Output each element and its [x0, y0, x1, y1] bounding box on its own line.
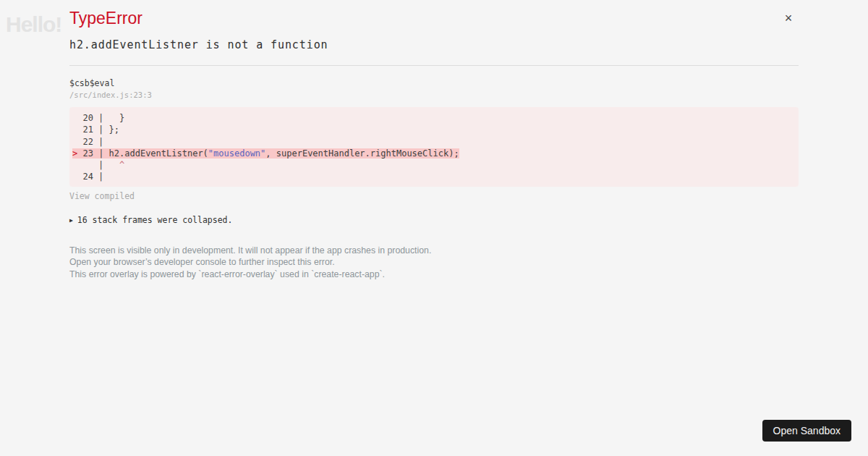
- code-text: , superEventHandler.rightMouseClick);: [265, 148, 459, 159]
- error-caret: ^: [119, 160, 124, 170]
- code-frame: 20 | } 21 | }; 22 | > 23 | h2.addEventLi…: [69, 107, 799, 187]
- code-string-token: "mousedown": [208, 148, 265, 159]
- code-text: 24 |: [72, 172, 109, 182]
- divider: [69, 65, 799, 66]
- code-text: |: [72, 160, 119, 170]
- stack-frames-expander[interactable]: ▶16 stack frames were collapsed.: [69, 215, 232, 225]
- collapsed-frames-label: 16 stack frames were collapsed.: [77, 215, 233, 225]
- error-line-highlight: > 23 | h2.addEventListner("mousedown", s…: [72, 148, 459, 159]
- code-line: 21 | };: [72, 124, 799, 135]
- overlay-footer: This screen is visible only in developme…: [69, 245, 431, 280]
- code-line: | ^: [72, 159, 799, 171]
- code-text: 23 | h2.addEventListner(: [82, 148, 208, 159]
- footer-line-console-hint: Open your browser’s developer console to…: [69, 256, 431, 268]
- code-line-highlighted: > 23 | h2.addEventListner("mousedown", s…: [72, 148, 799, 159]
- code-line: 24 |: [72, 171, 799, 182]
- footer-line-dev-only: This screen is visible only in developme…: [69, 245, 431, 256]
- open-sandbox-button[interactable]: Open Sandbox: [762, 420, 851, 442]
- error-overlay: × TypeError h2.addEventListner is not a …: [0, 0, 868, 456]
- close-icon[interactable]: ×: [780, 9, 797, 27]
- code-text: 21 | };: [72, 124, 119, 135]
- stack-frame-location: /src/index.js:23:3: [69, 90, 152, 99]
- error-title: TypeError: [69, 9, 142, 28]
- code-line: 20 | }: [72, 112, 799, 124]
- stack-frame-function: $csb$eval: [69, 78, 114, 88]
- code-text: 22 |: [72, 137, 109, 147]
- code-text: 20 | }: [72, 113, 124, 123]
- error-message: h2.addEventListner is not a function: [69, 38, 328, 51]
- expand-triangle-icon: ▶: [69, 217, 73, 224]
- code-line: 22 |: [72, 136, 799, 148]
- view-compiled-link[interactable]: View compiled: [69, 191, 135, 201]
- error-line-marker: >: [72, 148, 82, 159]
- footer-line-powered-by: This error overlay is powered by `react-…: [69, 269, 431, 280]
